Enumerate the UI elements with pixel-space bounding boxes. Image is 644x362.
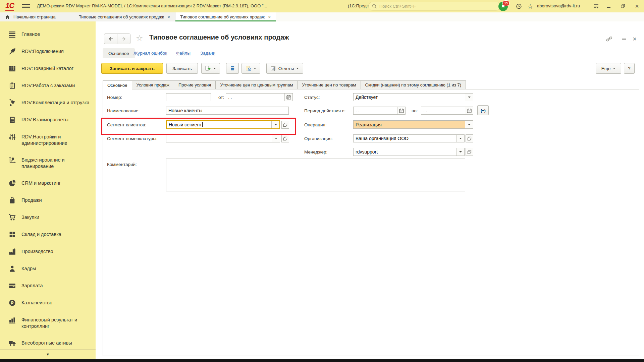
user-email[interactable]: aborovtsova@rdv-it.ru (537, 3, 580, 8)
name-input[interactable]: Новые клиенты (166, 107, 289, 115)
sidebar-item-zakupki[interactable]: Закупки (0, 209, 96, 226)
form-tab-other-conditions[interactable]: Прочие условия (174, 80, 216, 89)
sidebar-item-kaznachejstvo[interactable]: ₽ Казначейство (0, 295, 96, 312)
sidebar-item-crm-marketing[interactable]: CRM и маркетинг (0, 175, 96, 192)
tab-home-page[interactable]: Начальная страница (0, 12, 74, 21)
calendar-button[interactable] (465, 107, 473, 114)
manager-open-button[interactable] (466, 148, 473, 156)
get-link-button[interactable] (605, 35, 613, 43)
sidebar-item-finrezultat[interactable]: Финансовый результат и контроллинг (0, 312, 96, 335)
manager-input[interactable]: rdvsupport (353, 148, 465, 156)
data-stack-icon (230, 66, 235, 71)
dropdown-button[interactable] (456, 135, 464, 142)
favorite-star-icon[interactable]: ☆ (136, 34, 143, 43)
client-segment-open-button[interactable] (281, 121, 289, 129)
reports-button[interactable]: Отчеты (266, 63, 303, 74)
number-input[interactable] (166, 93, 211, 101)
calendar-button[interactable] (284, 94, 292, 101)
minimize-button[interactable] (604, 1, 614, 11)
chevron-down-icon (274, 124, 277, 127)
notifications-button[interactable]: 13 (498, 1, 508, 12)
chevron-down-icon: ▼ (46, 352, 50, 356)
main-menu-button[interactable] (22, 3, 30, 9)
period-to-label: по: (412, 108, 418, 113)
item-segment-open-button[interactable] (281, 134, 289, 142)
sidebar-item-glavnoe[interactable]: Главное (0, 26, 96, 43)
date-from-label: от: (218, 95, 224, 100)
favorites-button[interactable]: ☆ (526, 2, 535, 11)
sidebar-item-rdv-vzaimoraschety[interactable]: RDV:Взаиморасчеты (0, 112, 96, 129)
calendar-button[interactable] (397, 107, 405, 114)
sidebar-item-prodazhi[interactable]: Продажи (0, 192, 96, 209)
home-tab-label: Начальная страница (13, 14, 56, 19)
sidebar-item-rdv-nastrojki[interactable]: RDV:Настройки и администрирование (0, 129, 96, 152)
forward-button[interactable] (117, 34, 130, 44)
form-tab-main[interactable]: Основное (103, 80, 132, 89)
open-windows-button[interactable] (592, 2, 600, 11)
more-actions-kebab-button[interactable] (620, 35, 628, 43)
comment-textarea[interactable] (166, 159, 465, 191)
calendar-icon (399, 108, 404, 113)
form-tab-price-groups[interactable]: Уточнение цен по ценовым группам (216, 80, 298, 89)
create-based-on-button[interactable] (201, 63, 220, 74)
sidebar-item-proizvodstvo[interactable]: Производство (0, 243, 96, 260)
nav-link-error-log[interactable]: Журнал ошибок (133, 51, 167, 56)
dropdown-button[interactable] (271, 121, 279, 128)
dropdown-button[interactable] (456, 148, 464, 156)
notification-badge: 13 (502, 0, 509, 6)
window-close-button[interactable]: × (632, 1, 642, 11)
form-close-button[interactable]: × (630, 35, 639, 43)
operation-select[interactable]: Реализация (353, 120, 473, 129)
tab-agreement-form[interactable]: Типовое соглашение об условиях продаж × (175, 12, 276, 21)
sidebar-item-sklad-dostavka[interactable]: Склад и доставка (0, 226, 96, 243)
form-tab-sales-conditions[interactable]: Условия продаж (132, 80, 174, 89)
scheduled-docs-button[interactable] (241, 63, 260, 74)
open-form-icon (467, 136, 472, 141)
sidebar-item-byudzhetirovanie[interactable]: Бюджетирование и планирование (0, 152, 96, 175)
dropdown-button[interactable] (272, 135, 280, 142)
period-from-input[interactable]: . . (353, 107, 406, 115)
catalog-grid-icon (9, 65, 16, 72)
dropdown-button[interactable] (465, 94, 473, 101)
bar-chart-icon (9, 316, 16, 323)
sidebar-item-zarplata[interactable]: Зарплата (0, 278, 96, 295)
item-segment-input[interactable] (166, 134, 280, 142)
form-tab-discounts[interactable]: Скидки (наценки) по этому соглашению (1 … (361, 80, 466, 89)
sidebar-item-rdv-tovarnyj-katalog[interactable]: RDV:Товарный каталог (0, 60, 96, 77)
tab-agreements-list[interactable]: Типовые соглашения об условиях продаж × (74, 12, 175, 21)
history-button[interactable] (515, 2, 523, 11)
organization-open-button[interactable] (466, 134, 473, 142)
more-button[interactable]: Еще (596, 63, 621, 74)
sidebar-scroll-down[interactable]: ▼ (0, 349, 96, 359)
global-search-input[interactable]: Поиск Ctrl+Shift+F (368, 2, 500, 11)
sidebar-item-rdv-rabota-s-zakazami[interactable]: RDV:Работа с заказами (0, 77, 96, 95)
window-titlebar: 1С ДЕМО-режим RDV Маркет RM-KA-MODEL / 1… (0, 0, 644, 12)
restore-button[interactable] (618, 1, 628, 11)
dropdown-button[interactable] (465, 121, 473, 128)
sidebar-item-vneoborotnye-aktivy[interactable]: Внеоборотные активы (0, 335, 96, 349)
save-and-close-button[interactable]: Записать и закрыть (101, 63, 163, 74)
save-button[interactable]: Записать (166, 63, 198, 74)
tab-close-icon[interactable]: × (268, 14, 271, 20)
date-from-input[interactable]: . . (226, 93, 293, 101)
tab-close-icon[interactable]: × (167, 14, 170, 20)
nav-link-tasks[interactable]: Задачи (200, 51, 215, 56)
sidebar-item-kadry[interactable]: Кадры (0, 260, 96, 278)
sidebar-item-rdv-komplektaciya[interactable]: RDV:Комплектация и отгрузка (0, 95, 96, 112)
nav-link-main[interactable]: Основное (103, 48, 135, 58)
help-button[interactable]: ? (624, 63, 635, 74)
nav-link-files[interactable]: Файлы (176, 51, 191, 56)
chevron-down-icon (275, 138, 277, 140)
form-tab-goods-prices[interactable]: Уточнение цен по товарам (298, 80, 361, 89)
sidebar-item-rdv-podklyucheniya[interactable]: RDV:Подключения (0, 43, 96, 60)
client-segment-input[interactable]: Новый сегмент (166, 120, 280, 129)
back-button[interactable] (104, 34, 117, 44)
period-to-input[interactable]: . . (421, 107, 473, 115)
status-select[interactable]: Действует (353, 93, 473, 101)
item-segment-label: Сегмент номенклатуры: (107, 136, 158, 141)
structure-button[interactable] (226, 63, 239, 74)
organization-input[interactable]: Ваша организация ООО (353, 134, 465, 142)
arrow-left-icon (108, 36, 113, 42)
period-picker-button[interactable]: (••) (477, 105, 489, 115)
page-title: Типовое соглашение об условиях продаж (149, 34, 289, 41)
